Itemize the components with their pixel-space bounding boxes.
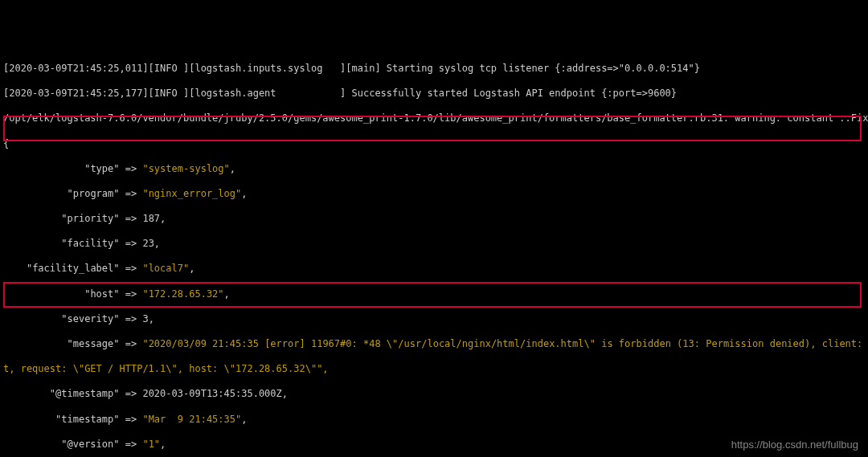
field-severity: "severity" => 3,: [3, 313, 865, 326]
field-message-cont: t, request: \"GET / HTTP/1.1\", host: \"…: [3, 363, 865, 376]
field-timestamp: "timestamp" => "Mar 9 21:45:35",: [3, 414, 865, 426]
field-at-timestamp: "@timestamp" => 2020-03-09T13:45:35.000Z…: [3, 388, 865, 401]
brace-open: {: [3, 138, 865, 151]
field-program: "program" => "nginx_error_log",: [3, 188, 865, 201]
field-facility: "facility" => 23,: [3, 238, 865, 251]
log-line: [2020-03-09T21:45:25,011][INFO ][logstas…: [3, 63, 865, 75]
field-facility-label: "facility_label" => "local7",: [3, 263, 865, 275]
field-version: "@version" => "1",: [3, 439, 865, 451]
field-type: "type" => "system-syslog",: [3, 163, 865, 176]
log-line: /opt/elk/logstash-7.6.0/vendor/bundle/jr…: [3, 112, 865, 125]
log-line: [2020-03-09T21:45:25,177][INFO ][logstas…: [3, 88, 865, 100]
field-message: "message" => "2020/03/09 21:45:35 [error…: [3, 338, 865, 351]
field-priority: "priority" => 187,: [3, 213, 865, 226]
terminal-output: [2020-03-09T21:45:25,011][INFO ][logstas…: [0, 50, 868, 457]
field-host: "host" => "172.28.65.32",: [3, 288, 865, 301]
